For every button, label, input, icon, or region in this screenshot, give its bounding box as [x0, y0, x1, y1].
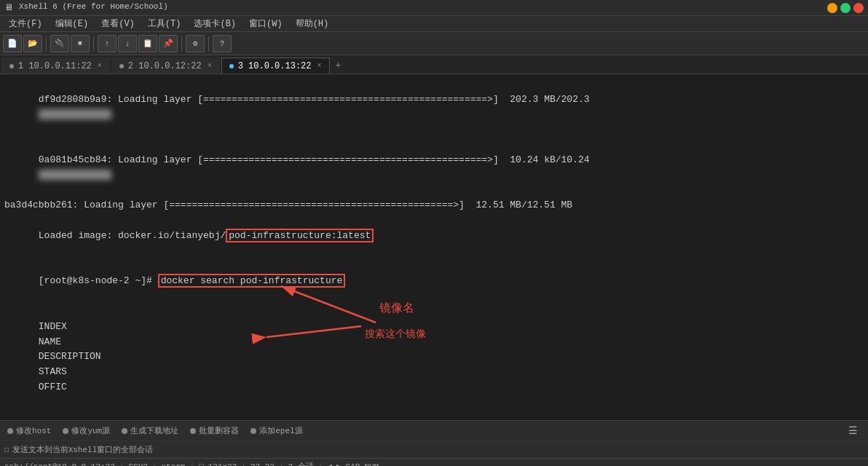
line-1: df9d2808b9a9: Loading layer [===========… — [4, 77, 864, 138]
line-2: 0a081b45cb84: Loading layer [===========… — [4, 138, 864, 198]
status-dot-3 — [122, 428, 127, 434]
col-index-header: INDEX — [39, 320, 97, 335]
command-highlight: docker search pod-infrastructure — [158, 274, 346, 288]
tab-2-label: 2 10.0.0.12:22 — [128, 61, 202, 71]
status-batch-rm-label: 批量删容器 — [199, 425, 239, 436]
status-bar: 修改host 修改yum源 生成下载地址 批量删容器 添加epel源 ☰ — [0, 420, 868, 441]
window-controls — [827, 3, 864, 13]
send-checkbox[interactable]: ☐ — [4, 445, 9, 454]
new-session-btn[interactable]: 📄 — [3, 35, 22, 52]
blurred-content-1 — [39, 109, 111, 119]
status-modify-yum[interactable]: 修改yum源 — [60, 425, 113, 436]
status-dot-2 — [63, 428, 68, 434]
footer-sep-2: | — [152, 462, 157, 467]
terminal[interactable]: df9d2808b9a9: Loading layer [===========… — [0, 74, 868, 420]
image-name-highlight: pod-infrastructure:latest — [226, 229, 374, 242]
tab-3-label: 3 10.0.0.13:22 — [238, 61, 312, 71]
footer-sep-6: | — [318, 462, 323, 467]
close-button[interactable] — [853, 3, 864, 13]
open-btn[interactable]: 📂 — [23, 35, 42, 52]
toolbar-sep-4 — [208, 36, 209, 51]
send-text-label: 发送文本到当前Xshell窗口的全部会话 — [12, 444, 154, 455]
footer-sep-1: | — [119, 462, 125, 467]
status-gen-url-label: 生成下载地址 — [130, 425, 178, 436]
toolbar-sep-1 — [46, 36, 47, 51]
footer-position: 23,22 — [250, 462, 275, 467]
menu-edit[interactable]: 编辑(E) — [50, 16, 95, 31]
line-command: [root@k8s-node-2 ~]# docker search pod-i… — [4, 259, 864, 304]
col-desc-header: DESCRIPTION — [39, 350, 344, 365]
terminal-content: df9d2808b9a9: Loading layer [===========… — [4, 77, 864, 420]
status-modify-host[interactable]: 修改host — [4, 425, 54, 436]
tab-3[interactable]: 3 10.0.0.13:22 × — [221, 58, 330, 74]
tab-3-dot — [229, 64, 234, 68]
tab-1-close[interactable]: × — [98, 62, 102, 70]
tabs-bar: 1 10.0.0.11:22 × 2 10.0.0.12:22 × 3 10.0… — [0, 55, 868, 74]
footer-num: NUM — [364, 462, 379, 467]
status-gen-url[interactable]: 生成下载地址 — [119, 425, 181, 436]
footer-terminal: xterm — [161, 462, 185, 467]
table-header-2: IAL AUTOMATED — [4, 411, 864, 420]
status-dot-1 — [7, 428, 13, 434]
status-dot-5 — [250, 428, 256, 434]
tab-3-close[interactable]: × — [317, 62, 322, 70]
footer-sep-3: | — [189, 462, 194, 467]
footer-sep-4: | — [241, 462, 246, 467]
line-3: ba3d4cbbb261: Loading layer [===========… — [4, 198, 864, 213]
menu-window[interactable]: 窗口(W) — [243, 16, 288, 31]
status-add-epel-label: 添加epel源 — [259, 425, 302, 436]
status-add-epel[interactable]: 添加epel源 — [248, 425, 305, 436]
toolbar: 📄 📂 🔌 ✖ ↑ ↓ 📋 📌 ⚙ ? — [0, 32, 868, 55]
status-batch-rm[interactable]: 批量删容器 — [187, 425, 242, 436]
blurred-content-2 — [39, 170, 111, 180]
settings-btn[interactable]: ⚙ — [186, 35, 205, 52]
paste-btn[interactable]: 📌 — [159, 35, 178, 52]
minimize-button[interactable] — [827, 3, 837, 13]
footer-size: □ — [199, 462, 204, 467]
app-icon: 🖥 — [4, 2, 13, 13]
tab-2-dot — [119, 64, 124, 68]
tab-2-close[interactable]: × — [208, 62, 212, 70]
menu-view[interactable]: 查看(V) — [95, 16, 141, 31]
toolbar-sep-3 — [181, 36, 182, 51]
table-header: INDEX NAME DESCRIPTION STARS OFFIC — [4, 304, 864, 411]
status-modify-host-label: 修改host — [16, 425, 51, 436]
tab-1-label: 1 10.0.0.11:22 — [18, 61, 92, 71]
status-menu-icon[interactable]: ☰ — [848, 424, 858, 437]
menu-help[interactable]: 帮助(H) — [290, 16, 335, 31]
col-name-header: NAME — [39, 335, 330, 350]
disconnect-btn[interactable]: ✖ — [71, 35, 90, 52]
footer-host: ssh://root@10.0.0.13:22 — [4, 462, 115, 467]
menu-file[interactable]: 文件(F) — [3, 16, 48, 31]
help-btn[interactable]: ? — [213, 35, 232, 52]
menu-tools[interactable]: 工具(T) — [142, 16, 187, 31]
menu-tabs[interactable]: 选项卡(B) — [188, 16, 242, 31]
title-bar: 🖥 Xshell 6 (Free for Home/School) — [0, 0, 868, 16]
status-right-controls: ☰ — [848, 424, 864, 437]
toolbar-sep-2 — [93, 36, 94, 51]
footer-size-label: 121×23 — [208, 462, 237, 467]
footer-bar: ssh://root@10.0.0.13:22 | SSH2 | xterm |… — [0, 458, 868, 466]
footer-sessions: 3 会话 — [288, 461, 314, 466]
status-modify-yum-label: 修改yum源 — [71, 425, 110, 436]
line-loaded-image: Loaded image: docker.io/tianyebj/pod-inf… — [4, 213, 864, 258]
bottom-bar: ☐ 发送文本到当前Xshell窗口的全部会话 — [0, 441, 868, 458]
tab-1[interactable]: 1 10.0.0.11:22 × — [1, 58, 110, 74]
footer-protocol: SSH2 — [128, 462, 147, 467]
col-official-header: OFFIC — [39, 382, 67, 392]
footer-nav-right[interactable]: ▶ — [336, 462, 342, 466]
connect-btn[interactable]: 🔌 — [50, 35, 69, 52]
copy-btn[interactable]: 📋 — [138, 35, 157, 52]
footer-sep-5: | — [279, 462, 284, 467]
tab-2[interactable]: 2 10.0.0.12:22 × — [111, 58, 220, 74]
title-bar-left: 🖥 Xshell 6 (Free for Home/School) — [4, 2, 168, 13]
scroll-down-btn[interactable]: ↓ — [118, 35, 137, 52]
title-text: Xshell 6 (Free for Home/School) — [19, 2, 168, 13]
status-dot-4 — [190, 428, 196, 434]
maximize-button[interactable] — [840, 3, 851, 13]
menu-bar: 文件(F) 编辑(E) 查看(V) 工具(T) 选项卡(B) 窗口(W) 帮助(… — [0, 16, 868, 32]
footer-nav-left[interactable]: ◀ — [327, 462, 332, 466]
col-stars-header: STARS — [39, 365, 82, 380]
scroll-up-btn[interactable]: ↑ — [98, 35, 117, 52]
new-tab-button[interactable]: + — [331, 58, 346, 74]
